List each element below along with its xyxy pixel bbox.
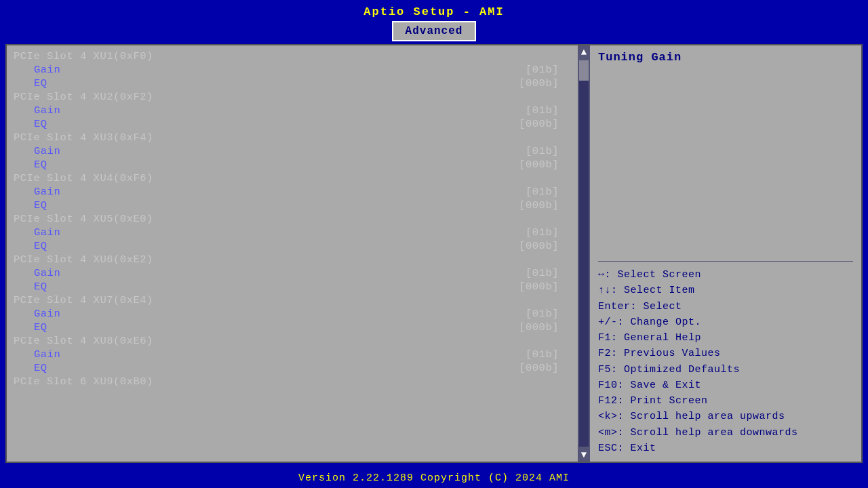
sub-item-label: EQ xyxy=(34,77,47,89)
menu-header-item: PCIe Slot 4 XU7(0xE4) xyxy=(7,293,578,307)
menu-list: PCIe Slot 4 XU1(0xF0)Gain[01b]EQ[000b]PC… xyxy=(7,49,578,388)
sub-item-value: [01b] xyxy=(526,104,559,117)
sub-item-value: [01b] xyxy=(526,145,559,157)
menu-sub-item[interactable]: EQ[000b] xyxy=(7,239,578,253)
help-item: F5: Optimized Defaults xyxy=(598,362,853,378)
scrollbar[interactable]: ▲ ▼ xyxy=(578,45,590,462)
menu-header-item: PCIe Slot 4 XU2(0xF2) xyxy=(7,90,578,104)
menu-sub-item[interactable]: Gain[01b] xyxy=(7,104,578,117)
help-item: ↔: Select Screen xyxy=(598,267,853,283)
menu-sub-item[interactable]: Gain[01b] xyxy=(7,185,578,199)
menu-sub-item[interactable]: Gain[01b] xyxy=(7,226,578,239)
sub-item-label: EQ xyxy=(34,118,47,130)
sub-item-label: Gain xyxy=(34,145,60,157)
help-item: <m>: Scroll help area downwards xyxy=(598,425,853,441)
tab-advanced[interactable]: Advanced xyxy=(392,21,477,41)
sub-item-label: EQ xyxy=(34,199,47,211)
menu-sub-item[interactable]: Gain[01b] xyxy=(7,266,578,280)
help-divider xyxy=(598,261,853,262)
help-item: +/-: Change Opt. xyxy=(598,314,853,330)
menu-header-item: PCIe Slot 4 XU4(0xF6) xyxy=(7,171,578,185)
menu-sub-item[interactable]: EQ[000b] xyxy=(7,280,578,293)
sub-item-label: Gain xyxy=(34,348,60,361)
scroll-thumb xyxy=(579,60,589,81)
menu-sub-item[interactable]: EQ[000b] xyxy=(7,77,578,90)
help-item: Enter: Select xyxy=(598,299,853,314)
sub-item-label: EQ xyxy=(34,321,47,333)
sub-item-value: [01b] xyxy=(526,186,559,198)
menu-sub-item[interactable]: EQ[000b] xyxy=(7,117,578,131)
sub-item-label: Gain xyxy=(34,308,60,320)
sub-item-value: [01b] xyxy=(526,64,559,76)
menu-sub-item[interactable]: EQ[000b] xyxy=(7,361,578,375)
sub-item-value: [000b] xyxy=(519,321,559,333)
sub-item-value: [01b] xyxy=(526,348,559,361)
right-panel: Tuning Gain ↔: Select Screen↑↓: Select I… xyxy=(590,45,861,462)
menu-header-item: PCIe Slot 6 XU9(0xB0) xyxy=(7,375,578,388)
sub-item-value: [000b] xyxy=(519,199,559,211)
scroll-up-arrow[interactable]: ▲ xyxy=(578,45,590,59)
menu-header-item: PCIe Slot 4 XU5(0xE0) xyxy=(7,212,578,226)
menu-sub-item[interactable]: EQ[000b] xyxy=(7,321,578,334)
scroll-down-arrow[interactable]: ▼ xyxy=(578,448,590,462)
menu-sub-item[interactable]: Gain[01b] xyxy=(7,144,578,158)
sub-item-value: [000b] xyxy=(519,240,559,252)
menu-header-item: PCIe Slot 4 XU8(0xE6) xyxy=(7,334,578,348)
sub-item-value: [000b] xyxy=(519,118,559,130)
sub-item-label: EQ xyxy=(34,281,47,293)
menu-sub-item[interactable]: EQ[000b] xyxy=(7,199,578,212)
sub-item-label: Gain xyxy=(34,104,60,117)
help-item: F12: Print Screen xyxy=(598,393,853,409)
menu-sub-item[interactable]: EQ[000b] xyxy=(7,158,578,171)
scroll-track xyxy=(579,60,589,447)
help-item: F2: Previous Values xyxy=(598,346,853,361)
sub-item-value: [01b] xyxy=(526,267,559,279)
sub-item-label: Gain xyxy=(34,186,60,198)
menu-sub-item[interactable]: Gain[01b] xyxy=(7,63,578,77)
app-title: Aptio Setup - AMI xyxy=(0,5,868,18)
sub-item-value: [000b] xyxy=(519,159,559,171)
sub-item-label: Gain xyxy=(34,267,60,279)
menu-header-item: PCIe Slot 4 XU1(0xF0) xyxy=(7,49,578,63)
help-item: <k>: Scroll help area upwards xyxy=(598,409,853,424)
help-title: Tuning Gain xyxy=(598,51,853,64)
sub-item-label: Gain xyxy=(34,64,60,76)
footer: Version 2.22.1289 Copyright (C) 2024 AMI xyxy=(0,468,868,488)
sub-item-value: [000b] xyxy=(519,77,559,89)
sub-item-value: [01b] xyxy=(526,308,559,320)
help-item: ↑↓: Select Item xyxy=(598,283,853,298)
sub-item-label: EQ xyxy=(34,159,47,171)
sub-item-label: Gain xyxy=(34,226,60,239)
sub-item-value: [01b] xyxy=(526,226,559,239)
menu-sub-item[interactable]: Gain[01b] xyxy=(7,307,578,321)
left-panel: PCIe Slot 4 XU1(0xF0)Gain[01b]EQ[000b]PC… xyxy=(7,45,578,462)
sub-item-value: [000b] xyxy=(519,281,559,293)
menu-header-item: PCIe Slot 4 XU6(0xE2) xyxy=(7,253,578,266)
sub-item-label: EQ xyxy=(34,240,47,252)
menu-sub-item[interactable]: Gain[01b] xyxy=(7,348,578,361)
help-item: ESC: Exit xyxy=(598,441,853,456)
help-item: F10: Save & Exit xyxy=(598,378,853,393)
sub-item-value: [000b] xyxy=(519,362,559,374)
sub-item-label: EQ xyxy=(34,362,47,374)
menu-header-item: PCIe Slot 4 XU3(0xF4) xyxy=(7,131,578,144)
help-items-list: ↔: Select Screen↑↓: Select ItemEnter: Se… xyxy=(598,267,853,456)
help-item: F1: General Help xyxy=(598,330,853,346)
